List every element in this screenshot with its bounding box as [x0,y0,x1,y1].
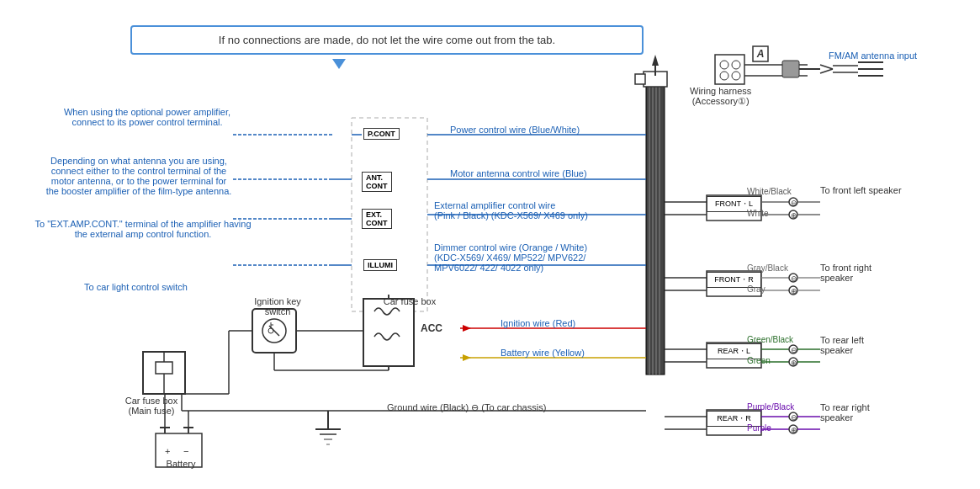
svg-point-106 [789,274,797,282]
svg-text:⊖: ⊖ [791,199,797,207]
note-ext-line2: the external amp control function. [29,229,257,239]
power-ctrl-wire-label: Power control wire (Blue/White) [450,125,580,135]
rear-right-label: REAR・R [717,414,751,423]
svg-text:A: A [756,48,765,60]
front-left-label: FRONT・L [715,199,753,208]
svg-rect-16 [782,61,799,77]
front-left-color1: White/Black [747,187,792,196]
note-ext-line1: To "EXT.AMP.CONT." terminal of the ampli… [29,219,257,229]
note-car-light-text: To car light control switch [84,282,188,292]
svg-line-18 [820,65,833,69]
antcont-terminal: ANT.CONT [362,172,392,192]
extcont-label: EXT.CONT [366,210,388,227]
rear-left-label: REAR・L [718,347,750,355]
note-antenna: Depending on what antenna you are using,… [34,156,244,196]
svg-rect-12 [753,46,768,61]
ignition-key-label: Ignition key switch [244,296,311,316]
power-ctrl-text: Power control wire (Blue/White) [450,125,580,135]
svg-rect-7 [715,55,744,84]
car-fuse-box-text: Car fuse box [384,296,436,306]
callout-text: If no connections are made, do not let t… [219,34,555,46]
extcont-terminal: EXT.CONT [362,209,392,229]
front-right-color1: Gray/Black [747,263,788,273]
front-left-color2: White [747,209,769,218]
pcont-label: P.CONT [368,130,395,138]
note-power-amp: When using the optional power amplifier,… [55,107,240,127]
svg-rect-6 [635,74,645,84]
svg-point-61 [268,328,273,333]
svg-text:⊕: ⊕ [791,426,797,434]
rear-left-color1: Green/Black [747,335,793,344]
svg-rect-66 [156,362,172,374]
svg-marker-40 [463,325,471,332]
rear-left-speaker-label: To rear leftspeaker [820,335,864,355]
svg-text:⊖: ⊖ [791,413,797,422]
note-power-amp-line1: When using the optional power amplifier, [55,107,240,117]
motor-ant-wire-label: Motor antenna control wire (Blue) [450,168,587,178]
svg-point-10 [720,72,728,80]
ground-wire-text: Ground wire (Black) ⊖ (To car chassis) [387,402,546,412]
svg-point-100 [789,210,797,219]
pcont-terminal: P.CONT [363,128,400,140]
svg-text:⊖: ⊖ [791,274,797,283]
rear-right-color2: Purple [747,423,771,433]
car-fuse-main-text: Car fuse box (Main fuse) [125,396,177,416]
callout-arrow [332,59,346,69]
car-fuse-main-label: Car fuse box (Main fuse) [118,396,185,416]
note-car-light: To car light control switch [84,282,188,292]
ext-amp-text2: (Pink / Black) (KDC-X569/ X469 only) [434,210,588,221]
illumi-label: ILLUMI [368,261,393,269]
svg-point-124 [789,425,797,433]
svg-text:⊕: ⊕ [791,287,797,295]
svg-rect-55 [363,299,414,366]
front-right-speaker-label: To front rightspeaker [820,263,871,283]
battery-text: Battery [167,459,196,469]
rear-left-color2: Green [747,356,771,365]
svg-line-60 [269,326,279,336]
svg-text:−: − [183,446,188,456]
front-right-label: FRONT・R [714,275,754,284]
svg-marker-43 [463,354,471,361]
ignition-wire-label: Ignition wire (Red) [501,318,575,328]
front-right-color2: Gray [747,284,765,294]
svg-text:⊖: ⊖ [791,346,797,354]
svg-point-114 [789,345,797,353]
svg-point-9 [732,61,740,69]
acc-label: ACC [421,322,442,334]
svg-point-98 [789,198,797,206]
svg-point-122 [789,412,797,421]
harness-title: Wiring harness [690,86,751,96]
svg-point-8 [720,61,728,69]
note-ant-line4: the booster amplifier of the film-type a… [34,186,244,196]
battery-wire-text: Battery wire (Yellow) [501,348,585,358]
battery-wire-label: Battery wire (Yellow) [501,348,585,358]
callout-box: If no connections are made, do not let t… [130,25,644,55]
svg-point-59 [262,319,286,343]
ground-wire-label: Ground wire (Black) ⊖ (To car chassis) [387,402,546,413]
dimmer-text1: Dimmer control wire (Orange / White) [434,242,587,252]
rear-right-color1: Purple/Black [747,402,794,412]
motor-ant-text: Motor antenna control wire (Blue) [450,168,587,178]
antcont-label: ANT.CONT [366,173,388,190]
antenna-text: FM/AM antenna input [829,50,917,61]
svg-rect-0 [646,84,665,375]
svg-rect-64 [143,352,185,394]
note-ext-amp: To "EXT.AMP.CONT." terminal of the ampli… [29,219,257,239]
car-fuse-box-label: Car fuse box [380,296,439,306]
svg-rect-5 [644,72,667,87]
note-ant-line2: connect either to the control terminal o… [34,166,244,176]
note-power-amp-line2: connect to its power control terminal. [55,117,240,127]
acc-text: ACC [421,322,442,334]
dimmer-text3: MPV6022/ 422/ 4022 only) [434,263,587,273]
svg-point-116 [789,358,797,366]
dimmer-text2: (KDC-X569/ X469/ MP522/ MPV622/ [434,252,587,263]
svg-text:+: + [165,446,170,456]
harness-label: Wiring harness (Accessory①) [690,86,751,107]
svg-text:⊕: ⊕ [791,211,797,220]
rear-right-speaker-label: To rear rightspeaker [820,402,870,423]
svg-point-108 [789,286,797,295]
ignition-wire-text: Ignition wire (Red) [501,318,575,328]
ext-amp-text1: External amplifier control wire [434,200,588,210]
illumi-terminal: ILLUMI [363,259,397,271]
dimmer-wire-label: Dimmer control wire (Orange / White) (KD… [434,242,587,273]
